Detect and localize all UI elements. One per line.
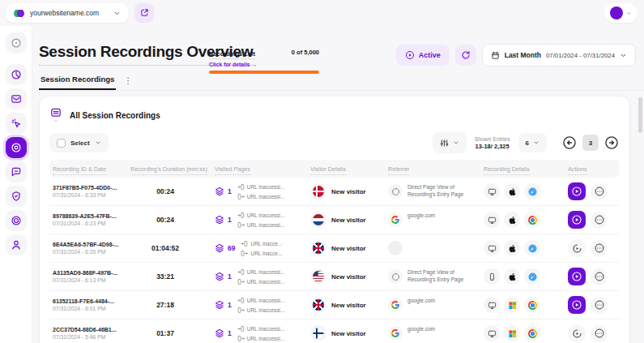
country-flag-chip: [310, 183, 326, 199]
tab-session-recordings[interactable]: Session Recordings: [39, 75, 116, 90]
country-flag-icon: [313, 242, 324, 254]
table-controls: Select Shown Entries: [49, 132, 620, 153]
play-recording-button[interactable]: [568, 268, 586, 285]
page-size-select[interactable]: 6: [518, 133, 547, 152]
tab-menu-button[interactable]: ⋮: [124, 76, 132, 90]
play-recording-button[interactable]: [568, 182, 586, 200]
recording-date: 07/31/2024 - 6:01 PM: [53, 306, 127, 311]
entry-url[interactable]: URL inaccessi...: [237, 297, 285, 304]
play-recording-button[interactable]: [568, 296, 586, 314]
table-row[interactable]: 6E4A5EA6-57BF-4D98-... 07/31/2024 - 6:20…: [49, 234, 620, 263]
date-range-picker[interactable]: Last Month 07/01/2024 - 07/31/2024: [482, 44, 636, 66]
date-range: 07/01/2024 - 07/31/2024: [546, 52, 615, 59]
sidebar-item-shield-check[interactable]: [6, 186, 27, 207]
table-body: 371F87B5-F075-4DD0-... 07/31/2024 - 6:33…: [49, 178, 620, 343]
table-row[interactable]: 371F87B5-F075-4DD0-... 07/31/2024 - 6:33…: [49, 178, 620, 206]
select-checkbox[interactable]: [57, 139, 66, 148]
device-icon: [484, 268, 500, 285]
sidebar-item-pie-chart[interactable]: [6, 64, 27, 85]
chevron-down-icon: [626, 11, 632, 16]
website-selector[interactable]: yourwebsitename.com: [6, 3, 128, 23]
table-row[interactable]: 2CC37D54-68D6-46B1... 07/31/2024 - 5:46 …: [49, 319, 620, 343]
entry-url[interactable]: URL inaccessi...: [237, 212, 285, 219]
exit-page-icon: [237, 278, 245, 285]
quota-details-link[interactable]: Click for details →: [209, 62, 257, 67]
recording-details-cell: [480, 212, 565, 228]
sidebar-item-cursor-click[interactable]: [6, 113, 27, 134]
recording-details-cell: [480, 297, 565, 313]
visitor-details-cell: New visitor: [307, 183, 385, 199]
header-toolbar: Active Last Month 07/01/2024 - 07/31/202…: [396, 44, 636, 66]
main-content: Session Recordings Overview Recordings L…: [32, 26, 644, 343]
play-recording-button[interactable]: [568, 239, 586, 257]
user-menu[interactable]: [604, 3, 638, 23]
open-website-button[interactable]: [134, 3, 154, 23]
prev-page-button[interactable]: [561, 135, 578, 151]
row-menu-button[interactable]: [591, 240, 608, 257]
entry-url[interactable]: URL inaccessi...: [237, 183, 285, 191]
browser-icon: [524, 297, 540, 313]
row-menu-button[interactable]: [591, 325, 608, 342]
entry-url[interactable]: URL inacce...: [241, 240, 282, 247]
sidebar-item-user[interactable]: [6, 234, 27, 255]
table-row[interactable]: A3135AD9-868F-497B-... 07/31/2024 - 6:13…: [49, 263, 620, 291]
shown-entries-value: 13-18/ 2,325: [475, 143, 510, 150]
exit-url[interactable]: URL inacce...: [241, 250, 282, 257]
sidebar-item-gauge[interactable]: [6, 32, 27, 54]
row-menu-button[interactable]: [591, 212, 608, 229]
country-flag-icon: [313, 328, 324, 339]
actions-cell: [565, 182, 621, 200]
table-row[interactable]: 89788639-A2E5-47FB-... 07/31/2024 - 6:23…: [49, 206, 620, 234]
recordings-quota: Recordings Left Click for details → 0 of…: [209, 45, 319, 74]
play-recording-button[interactable]: [568, 211, 586, 229]
chevron-down-icon: [533, 139, 540, 146]
entry-url[interactable]: URL inaccessi...: [237, 325, 285, 332]
referrer-cell: Direct Page View of Recording's Entry Pa…: [385, 184, 480, 199]
topbar: yourwebsitename.com: [0, 0, 644, 26]
tab-label: Session Recordings: [41, 75, 114, 84]
visited-pages-count: 1: [228, 187, 232, 195]
row-menu-button[interactable]: [591, 268, 608, 285]
table-row[interactable]: 61352118-F7E6-4484-... 07/31/2024 - 6:01…: [49, 291, 620, 319]
actions-cell: [565, 239, 621, 257]
recording-id: 6E4A5EA6-57BF-4D98-...: [53, 242, 127, 247]
columns-filter-button[interactable]: [433, 132, 467, 153]
entry-page-icon: [241, 240, 248, 247]
current-page: 3: [582, 135, 599, 151]
next-page-button[interactable]: [603, 135, 620, 151]
exit-url[interactable]: URL inaccessi...: [237, 221, 285, 229]
recording-id: 2CC37D54-68D6-46B1...: [53, 327, 127, 332]
active-filter-button[interactable]: Active: [396, 45, 450, 66]
select-dropdown[interactable]: Select: [49, 133, 109, 152]
sidebar-item-target[interactable]: [6, 210, 27, 231]
browser-icon: [524, 212, 540, 228]
recording-id-cell: 61352118-F7E6-4484-... 07/31/2024 - 6:01…: [49, 298, 127, 311]
recording-id: A3135AD9-868F-497B-...: [53, 270, 127, 276]
row-menu-button[interactable]: [591, 297, 608, 314]
scrollbar[interactable]: [638, 97, 642, 133]
sidebar-item-recording-camera[interactable]: [6, 137, 27, 158]
refresh-button[interactable]: [455, 45, 476, 66]
recording-id: 61352118-F7E6-4484-...: [53, 298, 127, 304]
exit-url[interactable]: URL inaccessi...: [237, 335, 285, 342]
visitor-type: New visitor: [331, 217, 366, 224]
exit-url[interactable]: URL inaccessi...: [237, 307, 285, 314]
sidebar-item-mail[interactable]: [6, 88, 27, 109]
os-icon: [504, 240, 520, 256]
device-icon: [484, 240, 500, 256]
exit-url[interactable]: URL inaccessi...: [237, 278, 285, 285]
ellipsis-icon: [594, 214, 605, 225]
exit-url[interactable]: URL inaccessi...: [237, 193, 285, 200]
row-menu-button[interactable]: [591, 183, 608, 200]
recording-details-cell: [480, 240, 565, 256]
column-header: Visitor Details: [307, 165, 385, 173]
play-recording-button[interactable]: [568, 324, 586, 342]
recording-date: 07/31/2024 - 6:20 PM: [53, 249, 127, 255]
recording-date: 07/31/2024 - 6:13 PM: [53, 277, 127, 283]
recording-id-cell: A3135AD9-868F-497B-... 07/31/2024 - 6:13…: [49, 270, 127, 283]
entry-url[interactable]: URL inaccessi...: [237, 268, 285, 276]
pagination: 3: [561, 135, 620, 151]
sidebar-item-chat-bubble[interactable]: [6, 161, 27, 182]
visitor-type: New visitor: [331, 245, 366, 252]
actions-cell: [565, 211, 621, 229]
